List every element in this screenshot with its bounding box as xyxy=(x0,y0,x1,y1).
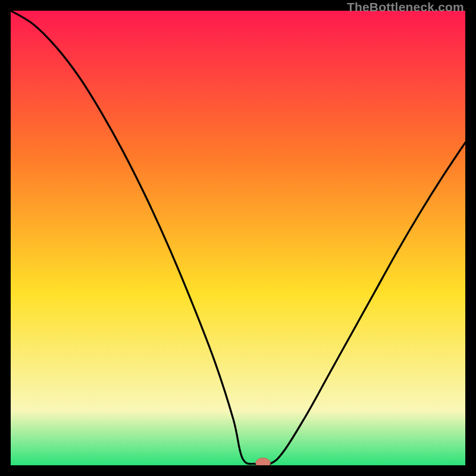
plot-area xyxy=(11,11,465,465)
chart-svg xyxy=(11,11,465,465)
trough-marker xyxy=(256,458,270,465)
gradient-background xyxy=(11,11,465,465)
chart-frame: TheBottleneck.com xyxy=(0,0,476,476)
watermark-text: TheBottleneck.com xyxy=(347,0,464,14)
